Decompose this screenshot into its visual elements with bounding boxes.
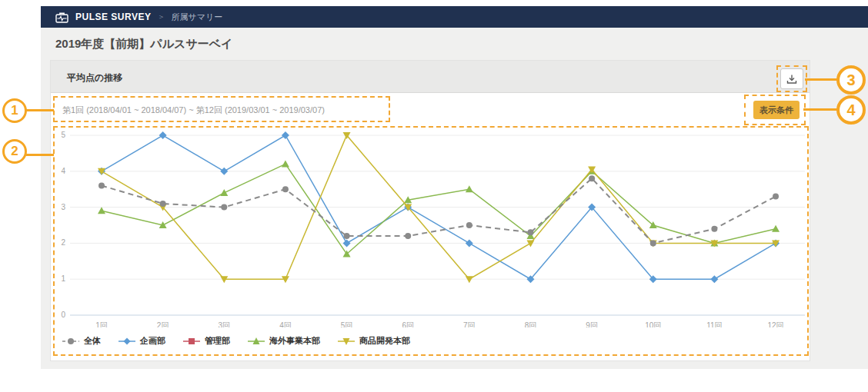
svg-text:3回: 3回 — [218, 321, 230, 327]
svg-text:11回: 11回 — [706, 321, 722, 327]
average-score-panel: 平均点の推移 第1回 (2018/04/01 ~ 2018/04/07) ~ 第… — [50, 60, 810, 361]
legend-item[interactable]: 企画部 — [118, 335, 165, 347]
annotation-connector-3 — [805, 78, 838, 81]
survey-period-range: 第1回 (2018/04/01 ~ 2018/04/07) ~ 第12回 (20… — [62, 105, 325, 116]
legend-label: 商品開発本部 — [359, 335, 410, 347]
svg-text:9回: 9回 — [586, 321, 598, 327]
annotation-circle-2: 2 — [2, 139, 27, 164]
annotation-connector-2 — [25, 154, 54, 156]
legend-item[interactable]: 海外事業本部 — [247, 335, 320, 347]
svg-text:4: 4 — [61, 167, 65, 175]
annotation-circle-4: 4 — [836, 95, 866, 125]
legend-marker-icon — [182, 337, 201, 346]
svg-text:1: 1 — [61, 274, 65, 283]
legend-marker-icon — [62, 337, 80, 346]
svg-text:7回: 7回 — [463, 321, 476, 327]
svg-text:4回: 4回 — [279, 321, 292, 327]
legend-marker-icon — [118, 337, 136, 346]
svg-text:2: 2 — [61, 238, 65, 247]
pulse-survey-logo-icon — [55, 11, 69, 24]
trend-chart: 0123451回2回3回4回5回6回7回8回9回10回11回12回 — [55, 128, 807, 327]
svg-text:6回: 6回 — [402, 321, 414, 327]
annotation-circle-3: 3 — [836, 65, 866, 95]
annotation-box-1: 第1回 (2018/04/01 ~ 2018/04/07) ~ 第12回 (20… — [53, 96, 390, 122]
svg-text:5回: 5回 — [341, 321, 353, 327]
annotation-connector-4 — [803, 108, 838, 111]
chart-legend: 全体企画部管理部海外事業本部商品開発本部 — [62, 335, 410, 347]
svg-text:10回: 10回 — [645, 321, 661, 327]
annotation-connector-1 — [25, 109, 54, 111]
top-navbar: PULSE SURVEY ＞ 所属サマリー — [41, 6, 868, 28]
legend-item[interactable]: 管理部 — [182, 335, 230, 347]
annotation-circle-1: 1 — [2, 98, 27, 123]
legend-label: 企画部 — [140, 335, 165, 347]
annotation-box-2: 0123451回2回3回4回5回6回7回8回9回10回11回12回 全体企画部管… — [53, 126, 809, 356]
svg-text:1回: 1回 — [95, 321, 108, 327]
svg-text:0: 0 — [61, 311, 65, 319]
legend-label: 管理部 — [205, 335, 230, 347]
breadcrumb[interactable]: 所属サマリー — [171, 12, 222, 23]
display-conditions-button[interactable]: 表示条件 — [753, 101, 800, 119]
panel-header: 平均点の推移 — [51, 61, 810, 93]
breadcrumb-separator-icon: ＞ — [157, 12, 165, 22]
svg-text:2回: 2回 — [157, 321, 169, 327]
annotation-box-3 — [776, 65, 807, 92]
legend-label: 海外事業本部 — [269, 335, 320, 347]
trend-chart-area: 0123451回2回3回4回5回6回7回8回9回10回11回12回 — [55, 128, 807, 327]
legend-label: 全体 — [84, 335, 101, 347]
svg-text:5: 5 — [61, 131, 65, 139]
svg-text:12回: 12回 — [767, 321, 783, 327]
legend-marker-icon — [337, 337, 356, 346]
page-title: 2019年度【前期】パルスサーベイ — [55, 37, 232, 51]
svg-text:3: 3 — [61, 203, 65, 211]
svg-text:8回: 8回 — [525, 321, 537, 327]
panel-title: 平均点の推移 — [67, 71, 122, 85]
legend-item[interactable]: 全体 — [62, 335, 101, 347]
legend-marker-icon — [247, 337, 265, 346]
brand-title: PULSE SURVEY — [75, 12, 151, 22]
legend-item[interactable]: 商品開発本部 — [337, 335, 410, 347]
